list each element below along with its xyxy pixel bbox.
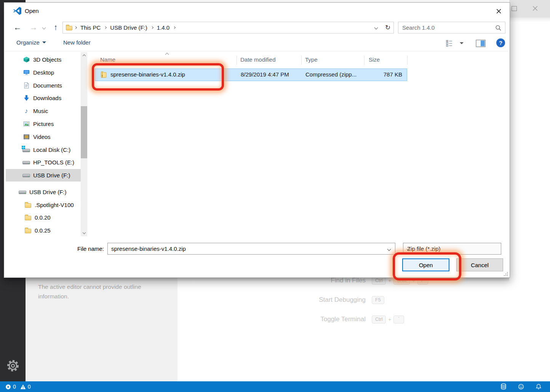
resize-grip[interactable]	[507, 275, 508, 276]
notifications-bell-icon[interactable]	[536, 384, 542, 390]
pictures-icon	[22, 121, 30, 127]
sidebar-item-pictures[interactable]: Pictures	[6, 118, 81, 130]
plus-sign: +	[388, 317, 391, 322]
warnings-count[interactable]: 0	[28, 384, 31, 390]
usb-drive-icon	[19, 190, 26, 195]
restore-window-icon[interactable]	[512, 6, 517, 11]
column-separator[interactable]	[407, 56, 408, 65]
breadcrumb-item-usb-drive[interactable]: USB Drive (F:)	[110, 24, 147, 31]
column-separator[interactable]	[301, 56, 302, 65]
address-dropdown-chevron-icon[interactable]	[374, 26, 378, 30]
downloads-icon	[22, 95, 30, 101]
scroll-up-icon[interactable]	[81, 52, 87, 59]
search-box	[398, 22, 505, 33]
errors-icon[interactable]	[5, 384, 11, 390]
watermark-row-toggle-terminal: Toggle Terminal Ctrl + `	[259, 314, 404, 324]
vscode-close-icon[interactable]	[532, 5, 538, 11]
videos-icon	[22, 134, 30, 140]
outline-panel: The active editor cannot provide outline…	[26, 277, 177, 381]
tree-item-0020[interactable]: 0.0.20	[6, 211, 81, 224]
screen: The active editor cannot provide outline…	[0, 0, 550, 392]
search-input[interactable]	[398, 22, 505, 33]
column-header-date-modified[interactable]: Date modified	[240, 56, 276, 63]
file-row-spresense-binaries[interactable]: spresense-binaries-v1.4.0.zip 8/29/2019 …	[95, 69, 407, 81]
organize-button[interactable]: Organize	[16, 39, 46, 46]
sidebar-item-local-disk-c[interactable]: Local Disk (C:)	[6, 143, 81, 156]
up-button[interactable]: ↑	[51, 22, 61, 33]
keyboard-key: Ctrl	[372, 316, 386, 323]
column-separator[interactable]	[237, 56, 237, 65]
list-view-icon[interactable]	[446, 40, 455, 47]
recent-locations-chevron-icon[interactable]	[42, 26, 46, 30]
status-bar-right	[500, 383, 542, 390]
folder-icon	[24, 215, 32, 220]
folder-icon	[24, 228, 32, 233]
open-file-dialog: Open ← → ↑ This PC USB Drive (F:) 1.4.0 …	[4, 2, 510, 278]
new-folder-label: New folder	[63, 39, 91, 46]
feedback-smiley-icon[interactable]	[518, 384, 524, 390]
breadcrumb-separator-icon	[74, 26, 77, 29]
errors-count[interactable]: 0	[13, 384, 16, 390]
warnings-icon[interactable]	[20, 384, 26, 390]
database-icon[interactable]	[500, 383, 507, 390]
cancel-button[interactable]: Cancel	[456, 258, 503, 271]
forward-button[interactable]: →	[29, 22, 38, 33]
sidebar-item-music[interactable]: ♪ Music	[6, 105, 81, 117]
file-type-value: Zip file (*.zip)	[407, 245, 441, 252]
file-date-cell: 8/29/2019 4:47 PM	[241, 71, 289, 78]
column-header-size[interactable]: Size	[369, 56, 380, 63]
dialog-close-button[interactable]	[491, 5, 507, 17]
desktop-icon	[22, 69, 30, 76]
file-name-label: File name:	[61, 245, 104, 252]
column-separator[interactable]	[364, 56, 365, 65]
plus-sign: +	[388, 278, 391, 284]
file-type-select[interactable]: Zip file (*.zip)	[403, 243, 501, 255]
file-size-cell: 787 KB	[384, 71, 402, 78]
sidebar-item-usb-drive-f[interactable]: USB Drive (F:)	[6, 169, 81, 182]
column-header-name[interactable]: Name	[100, 56, 115, 63]
breadcrumb-item-this-pc[interactable]: This PC	[80, 24, 101, 31]
status-bar: 0 0	[0, 381, 550, 392]
sidebar-item-documents[interactable]: Documents	[6, 79, 81, 92]
scroll-down-icon[interactable]	[81, 230, 87, 236]
sidebar-item-desktop[interactable]: Desktop	[6, 66, 81, 79]
dialog-title: Open	[25, 8, 39, 14]
open-button[interactable]: Open	[402, 258, 449, 271]
sidebar-item-videos[interactable]: Videos	[6, 131, 81, 143]
sidebar-item-3d-objects[interactable]: 3D Objects	[6, 53, 81, 66]
manage-gear-icon[interactable]	[6, 359, 20, 373]
keyboard-key: F5	[372, 296, 384, 304]
tree-item-spotlight-v100[interactable]: .Spotlight-V100	[6, 199, 81, 211]
column-header-type[interactable]: Type	[305, 56, 318, 63]
scrollbar-thumb[interactable]	[81, 106, 87, 158]
organize-label: Organize	[16, 39, 40, 46]
problems-status-item[interactable]: 0 0	[5, 384, 31, 390]
back-button[interactable]: ←	[13, 22, 22, 33]
tree-item-0025[interactable]: 0.0.25	[6, 224, 81, 237]
new-folder-button[interactable]: New folder	[63, 39, 91, 46]
sidebar-item-hp-tools-e[interactable]: HP_TOOLS (E:)	[6, 156, 81, 169]
breadcrumb-item-140[interactable]: 1.4.0	[157, 24, 169, 31]
sidebar-item-downloads[interactable]: Downloads	[6, 92, 81, 104]
address-bar[interactable]: This PC USB Drive (F:) 1.4.0	[62, 22, 382, 33]
breadcrumb-separator-icon	[151, 26, 153, 29]
music-note-icon: ♪	[22, 108, 30, 114]
file-name-combobox	[107, 243, 395, 255]
preview-pane-icon[interactable]	[476, 40, 486, 47]
tree-item-usb-drive-f[interactable]: USB Drive (F:)	[6, 186, 81, 198]
titlebar-fade	[509, 18, 550, 22]
view-options-caret-icon[interactable]	[460, 42, 464, 44]
toolbar-separator	[5, 51, 508, 51]
sort-ascending-icon	[165, 53, 169, 57]
editor-watermark-area: Find in Files Ctrl + Shift + F Start Deb…	[177, 277, 550, 381]
vscode-logo-icon	[13, 6, 22, 16]
vscode-titlebar-fragment	[509, 0, 550, 18]
refresh-button[interactable]: ↻	[382, 22, 394, 33]
help-icon[interactable]: ?	[496, 38, 505, 47]
file-type-cell: Compressed (zipp...	[305, 71, 357, 78]
file-name-input[interactable]	[108, 243, 395, 254]
watermark-label: Toggle Terminal	[259, 316, 366, 323]
caret-down-icon	[42, 41, 46, 43]
breadcrumb-separator-icon	[173, 26, 176, 29]
watermark-label: Find in Files	[259, 277, 366, 284]
